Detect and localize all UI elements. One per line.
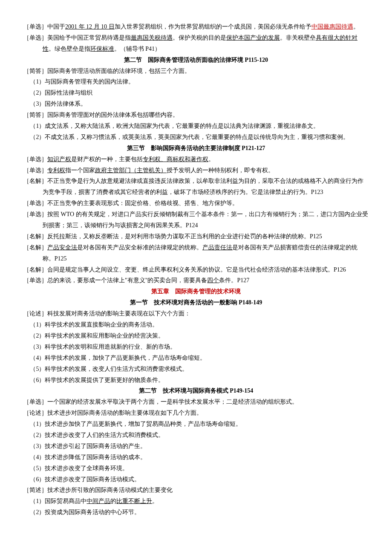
underline: 比重不断上升 xyxy=(116,498,152,504)
para-sa-2: ［简答］国际商务管理面对的国外法律体系包括哪些内容。 xyxy=(23,110,369,121)
para-mc-1: ［单选］中国于2001 年 12 月 10 日加入世界贸易组织，作为世界贸易组织… xyxy=(23,21,369,32)
para-essay-2: ［论述］技术进步对国际商务活动的影响主要体现在如下几个方面。 xyxy=(23,408,369,419)
underline-date: 2001 年 12 月 10 日 xyxy=(65,23,115,30)
list-item: （3）科学技术的发明和应用造就新的行业、新的市场。 xyxy=(23,341,369,353)
list-item: （2）国际性法律与组织 xyxy=(23,87,369,98)
text: 条件。P127 xyxy=(219,277,249,283)
para-mc-6: ［单选］按照 WTO 的有关规定，对进口产品实行反倾销制裁有三个基本条件：第一，… xyxy=(23,209,369,231)
underline: 保护本国产业的发展 xyxy=(226,35,280,41)
para-essay-1: ［论述］科技发展对商务活动的影响主要表现在以下六个方面： xyxy=(23,308,369,319)
text: ［单选］美国给予中国正常贸易待遇是指 xyxy=(23,35,131,41)
text: ［名解］ xyxy=(23,244,47,251)
list-item: （2）科学技术的发展和应用影响企业的经营决策。 xyxy=(23,330,369,341)
underline: 专利权 xyxy=(47,167,65,173)
underline: 产品安全法 xyxy=(47,244,77,251)
list-item: （3）技术进步引起了国际商务活动的产生。 xyxy=(23,441,369,452)
text: 加入世界贸易组织，作为世界贸易组织的一个成员国，美国必须无条件给予 xyxy=(115,23,311,30)
text: ［单选］中国于 xyxy=(23,23,65,30)
list-item: （6）科学技术的发展提供了更新更好的物质条件。 xyxy=(23,375,369,386)
list-item: （4）技术进步降低了国际商务活动的成本。 xyxy=(23,452,369,463)
para-mc-4: ［单选］专利权指一个国家政府主管部门（主管机关）授予发明人的一种特别权利，即专有… xyxy=(23,165,369,176)
text: ［单选］ xyxy=(23,167,47,173)
text: （1）国际贸易商品中 xyxy=(30,498,86,504)
text: 。（辅导书 P41） xyxy=(114,46,161,52)
heading-section-1b: 第一节 技术环境对商务活动的一般影响 P148-149 xyxy=(23,297,369,308)
underline: 四个 xyxy=(207,277,219,283)
underline: 中间产品 xyxy=(86,498,110,504)
underline: 政府主管部门（主管机关） xyxy=(95,167,167,173)
text: 授予发明人的一种特别权利，即专有权。 xyxy=(167,167,274,173)
underline-red: 中国 xyxy=(311,23,323,30)
underline: 知识产权 xyxy=(47,156,71,162)
text: 的 xyxy=(110,498,116,504)
list-item: （4）科学技术的发展，加快了产品更新换代，产品市场寿命缩短。 xyxy=(23,353,369,364)
heading-chapter-5: 第五章 国际商务管理的技术环境 xyxy=(23,286,369,297)
underline: 最惠国关税待遇 xyxy=(131,35,173,41)
heading-section-3: 第三节 影响国际商务活动的主要法律制度 P121-127 xyxy=(23,143,369,154)
text: 。 xyxy=(353,23,359,30)
underline: 产品责任法 xyxy=(202,244,232,251)
list-item: （2）不成文法系，又称习惯法系，或英美法系，英美国家为代表，它最重要的特点是以传… xyxy=(23,132,369,143)
para-term-1: ［名解］不正当竞争是行为人故意规避法律或直接违反法律政策，以牟取非法利益为目的，… xyxy=(23,176,369,198)
underline: 专利权、商标权和著作权 xyxy=(143,156,208,162)
list-item: （1）成文法系，又称大陆法系，欧洲大陆国家为代表，它最重要的特点是以法典为法律渊… xyxy=(23,121,369,132)
para-mc-3: ［单选］知识产权是财产权的一种，主要包括专利权、商标权和著作权。 xyxy=(23,154,369,165)
para-mc-7: ［单选］总的来说，要形成一个法律上"有意义"的买卖合同，需要具备四个条件。P12… xyxy=(23,275,369,286)
text: 。非关税壁垒 xyxy=(280,35,316,41)
text: ［单选］总的来说，要形成一个法律上"有意义"的买卖合同，需要具备 xyxy=(23,277,207,283)
text: ［单选］ xyxy=(23,156,47,162)
list-item: （5）技术进步改变了全球商务环境。 xyxy=(23,463,369,474)
list-item: （1）与国际商务管理有关的国内法律。 xyxy=(23,76,369,87)
text: 。保护关税的目的是 xyxy=(173,35,226,41)
heading-section-2: 第二节 国际商务管理活动所面临的法律环境 P115-120 xyxy=(23,55,369,66)
list-item: （1）技术进步加快了产品更新换代，增加了贸易商品种类，产品市场寿命缩短。 xyxy=(23,419,369,430)
list-item: （1）国际贸易商品中中间产品的比重不断上升。 xyxy=(23,496,369,507)
para-mc-2: ［单选］美国给予中国正常贸易待遇是指最惠国关税待遇。保护关税的目的是保护本国产业… xyxy=(23,32,369,55)
list-item: （5）科学技术的发展，改变人们生活方式和消费需求模式。 xyxy=(23,364,369,375)
text: 是对各国有关产品安全标准的法律规定的统称。 xyxy=(77,244,202,251)
underline-red: 最惠国待遇 xyxy=(323,23,353,30)
text: 指一个国家 xyxy=(65,167,95,173)
list-item: （1）科学技术的发展直接影响企业的商务活动。 xyxy=(23,319,369,330)
para-sa-1: ［简答］国际商务管理活动所面临的法律环境，包括三个方面。 xyxy=(23,66,369,77)
heading-section-2b: 第二节 技术环境与国际商务模式 P149-154 xyxy=(23,385,369,396)
list-item: （2）技术进步改变了人们的生活方式和消费模式。 xyxy=(23,430,369,441)
text: 。绿色壁垒是指 xyxy=(49,46,90,52)
para-term-2: ［名解］反托拉斯法，又称反垄断法，是对利用市场势力谋取不正当利用的企业进行处罚的… xyxy=(23,231,369,242)
text: 。 xyxy=(208,156,214,162)
list-item: （6）技术进步改变了国际商务活动模式。 xyxy=(23,474,369,485)
list-item: （3）国外法律体系。 xyxy=(23,98,369,110)
para-term-4: ［名解］合同是规定当事人之间设立、变更、终止民事权利义务关系的协议。它是当代社会… xyxy=(23,264,369,275)
para-mc-8: ［单选］一个国家的经济发展水平取决于两个方面，一是科学技术发展水平；二是经济活动… xyxy=(23,396,369,408)
para-mc-5: ［单选］不正当竞争的主要表现形式：固定价格、价格歧视、搭售、地方保护等。 xyxy=(23,198,369,209)
list-item: （2）投资成为国际商务活动的中心环节。 xyxy=(23,507,369,518)
underline: 环保标准 xyxy=(90,46,114,52)
para-brief-1: ［简述］技术进步所引致的国际商务活动模式的主要变化 xyxy=(23,485,369,496)
text: 。 xyxy=(152,498,158,504)
text: 是财产权的一种，主要包括 xyxy=(71,156,143,162)
para-term-3: ［名解］产品安全法是对各国有关产品安全标准的法律规定的统称。产品责任法是对各国有… xyxy=(23,242,369,264)
